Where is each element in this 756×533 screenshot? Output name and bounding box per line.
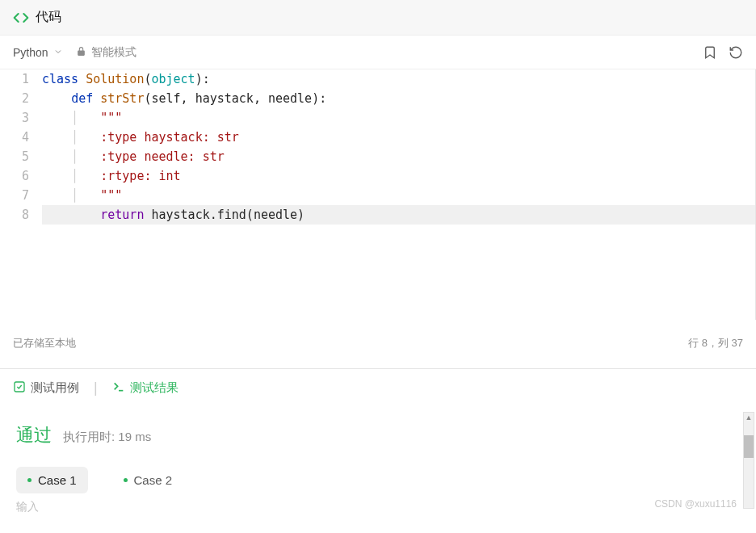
case-tabs: Case 1 Case 2	[16, 467, 740, 493]
chevron-down-icon	[53, 46, 63, 59]
status-bar: 已存储至本地 行 8，列 37	[0, 320, 756, 368]
toolbar: Python 智能模式	[0, 36, 756, 69]
result-runtime: 执行用时: 19 ms	[63, 430, 151, 445]
code-line: │ :type haystack: str	[42, 128, 755, 147]
check-square-icon	[13, 380, 26, 396]
tab-separator: |	[94, 380, 98, 397]
mode-label: 智能模式	[91, 45, 136, 60]
svg-rect-0	[15, 382, 24, 392]
code-area[interactable]: class Solution(object): def strStr(self,…	[39, 69, 756, 320]
save-status: 已存储至本地	[13, 336, 76, 350]
tab-results[interactable]: 测试结果	[112, 380, 178, 396]
tabs-bar: 测试用例 | 测试结果	[0, 368, 756, 407]
lock-icon	[76, 46, 86, 59]
scroll-up-icon[interactable]: ▲	[744, 413, 754, 422]
mode-indicator: 智能模式	[76, 45, 136, 60]
code-line: def strStr(self, haystack, needle):	[42, 89, 755, 108]
status-dot-icon	[124, 478, 128, 482]
input-section-label: 输入	[0, 493, 756, 514]
case-tab-2[interactable]: Case 2	[112, 467, 184, 493]
code-line: │ :rtype: int	[42, 166, 755, 186]
header-title: 代码	[36, 9, 61, 26]
header-bar: 代码	[0, 0, 756, 36]
code-line: │ :type needle: str	[42, 147, 755, 166]
watermark: CSDN @xuxu1116	[654, 498, 737, 510]
result-panel: 通过 执行用时: 19 ms Case 1 Case 2 输入 ▲ CSDN @…	[0, 407, 756, 514]
language-label: Python	[13, 46, 48, 59]
scrollbar-vertical[interactable]: ▲	[743, 412, 754, 509]
language-select[interactable]: Python	[13, 46, 63, 59]
bookmark-icon[interactable]	[703, 45, 717, 60]
reset-icon[interactable]	[729, 45, 743, 60]
case-tab-1[interactable]: Case 1	[16, 467, 88, 493]
code-line: class Solution(object):	[42, 69, 755, 89]
code-line: │ """	[42, 186, 755, 205]
tab-testcases[interactable]: 测试用例	[13, 380, 79, 396]
code-icon	[13, 10, 29, 26]
result-status: 通过	[16, 423, 52, 447]
code-line: │ """	[42, 108, 755, 128]
cursor-position: 行 8，列 37	[688, 336, 743, 350]
code-editor[interactable]: 1 2 3 4 5 6 7 8 class Solution(object): …	[0, 69, 756, 320]
scrollbar-thumb[interactable]	[744, 435, 754, 458]
status-dot-icon	[27, 478, 32, 482]
code-line-active: return haystack.find(needle)	[42, 205, 755, 225]
terminal-icon	[112, 380, 125, 396]
line-gutter: 1 2 3 4 5 6 7 8	[0, 69, 39, 320]
